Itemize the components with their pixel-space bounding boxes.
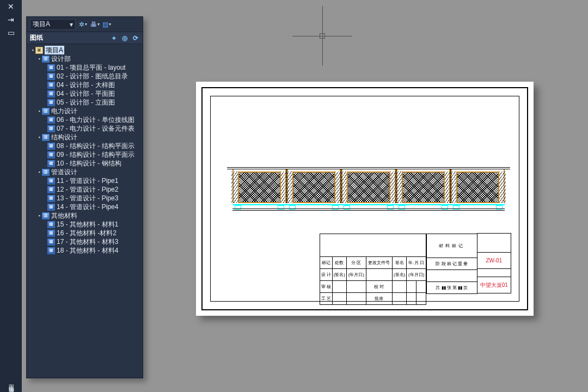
- tree-sheet[interactable]: 10 - 结构设计 - 钢结构: [57, 159, 121, 168]
- refresh-icon[interactable]: ⟳: [132, 34, 139, 42]
- drawing-sheet[interactable]: 标记处数分 区更改文件号签名年.月.日 设 计(签名)(年月日)(签名)(年月日…: [196, 82, 534, 316]
- tree-sheet[interactable]: 06 - 电力设计 - 单位接线图: [57, 115, 134, 124]
- tree-group[interactable]: 结构设计: [51, 133, 77, 142]
- tree-sheet[interactable]: 15 - 其他材料 - 材料1: [57, 220, 118, 229]
- tree-group[interactable]: 电力设计: [51, 107, 77, 115]
- tree-sheet[interactable]: 11 - 管道设计 - Pipe1: [57, 176, 118, 185]
- close-icon[interactable]: ✕: [0, 0, 22, 13]
- tree-sheet[interactable]: 17 - 其他材料 - 材料3: [57, 237, 118, 246]
- sheet-border: 标记处数分 区更改文件号签名年.月.日 设 计(签名)(年月日)(签名)(年月日…: [201, 87, 528, 310]
- tree-root[interactable]: 项目A: [45, 46, 64, 54]
- section-title: 图纸: [30, 33, 43, 42]
- publish-icon[interactable]: ▤▾: [102, 20, 112, 29]
- sheetset-panel: 项目A ▾ ✲▾ 🖶▾ ▤▾ 图纸 ⌖ ◎ ⟳ ▪▣项目A▪▥设计部▦01 - …: [26, 16, 143, 378]
- tree-sheet[interactable]: 02 - 设计部 - 图纸总目录: [57, 72, 128, 81]
- section-header: 图纸 ⌖ ◎ ⟳: [27, 32, 143, 44]
- label-review: 审 核: [320, 281, 333, 293]
- tree-group[interactable]: 设计部: [51, 54, 71, 63]
- gear-icon[interactable]: ✲▾: [78, 20, 88, 29]
- tree-group[interactable]: 管道设计: [51, 168, 77, 176]
- project-selector[interactable]: 项目A ▾: [30, 19, 76, 30]
- eye-icon[interactable]: ◎: [121, 34, 128, 42]
- label-check: 校 对: [366, 281, 392, 293]
- chevron-down-icon: ▾: [70, 21, 73, 28]
- company-name: 中望大厦01: [477, 277, 511, 293]
- title-right: ZW-01 中望大厦01: [477, 234, 511, 293]
- drawing-number: ZW-01: [477, 252, 511, 269]
- title-block: 标记处数分 区更改文件号签名年.月.日 设 计(签名)(年月日)(签名)(年月日…: [320, 234, 511, 293]
- tree-group[interactable]: 其他材料: [51, 211, 77, 220]
- label-process: 工 艺: [320, 293, 333, 305]
- project-selected-label: 项目A: [33, 20, 50, 29]
- tree-sheet[interactable]: 18 - 其他材料 - 材料4: [57, 246, 118, 255]
- tree-sheet[interactable]: 16 - 其他材料 -材料2: [57, 229, 117, 237]
- sheet-tree[interactable]: ▪▣项目A▪▥设计部▦01 - 项目总平面 - layout▦02 - 设计部 …: [27, 44, 143, 378]
- tree-sheet[interactable]: 07 - 电力设计 - 设备元件表: [57, 124, 134, 133]
- tab-icon[interactable]: ▭: [0, 26, 22, 39]
- tree-sheet[interactable]: 12 - 管道设计 - Pipe2: [57, 185, 118, 194]
- tree-sheet[interactable]: 04 - 设计部 - 大样图: [57, 81, 115, 89]
- panel-toolbar: 项目A ▾ ✲▾ 🖶▾ ▤▾: [27, 17, 143, 32]
- target-icon[interactable]: ⌖: [110, 34, 118, 42]
- tree-sheet[interactable]: 05 - 设计部 - 立面图: [57, 98, 115, 107]
- title-center: 材料标记 阶 段 标 记 重 量 共 ▮▮ 张 第 ▮▮ 页: [426, 234, 477, 294]
- tree-sheet[interactable]: 04 - 设计部 - 平面图: [57, 89, 115, 98]
- dock-strip: ✕ ⇥ ▭ 图纸集管理器: [0, 0, 22, 392]
- label-pages: 共 ▮▮ 张 第 ▮▮ 页: [427, 282, 477, 294]
- drawing-title: 材料标记: [427, 234, 477, 258]
- inner-frame: 标记处数分 区更改文件号签名年.月.日 设 计(签名)(年月日)(签名)(年月日…: [210, 96, 519, 302]
- tree-sheet[interactable]: 14 - 管道设计 - Pipe4: [57, 203, 118, 211]
- print-icon[interactable]: 🖶▾: [90, 20, 100, 29]
- tree-sheet[interactable]: 01 - 项目总平面 - layout: [57, 63, 126, 72]
- elevation-drawing: [232, 167, 505, 211]
- label-approve: 批准: [366, 293, 392, 305]
- pin-icon[interactable]: ⇥: [0, 13, 22, 26]
- label-stage: 阶 段 标 记 重 量: [427, 258, 477, 270]
- tree-sheet[interactable]: 08 - 结构设计 - 结构平面示: [57, 142, 134, 150]
- dock-vertical-label: 图纸集管理器: [7, 380, 15, 387]
- revision-table: 标记处数分 区更改文件号签名年.月.日 设 计(签名)(年月日)(签名)(年月日…: [320, 234, 426, 305]
- tree-sheet[interactable]: 09 - 结构设计 - 结构平面示: [57, 150, 134, 159]
- tree-sheet[interactable]: 13 - 管道设计 - Pipe3: [57, 194, 118, 203]
